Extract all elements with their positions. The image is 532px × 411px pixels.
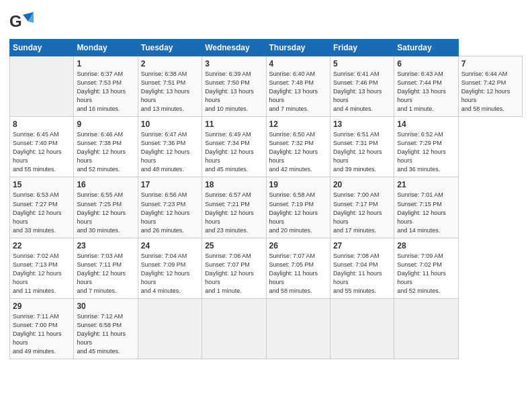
day-cell-12: 12Sunrise: 6:50 AMSunset: 7:32 PMDayligh… bbox=[266, 117, 330, 177]
day-number: 14 bbox=[397, 120, 455, 129]
empty-cell bbox=[202, 298, 266, 359]
day-info: Sunrise: 6:47 AMSunset: 7:36 PMDaylight:… bbox=[141, 130, 199, 174]
empty-cell bbox=[394, 298, 458, 359]
day-info: Sunrise: 7:00 AMSunset: 7:17 PMDaylight:… bbox=[333, 191, 391, 234]
day-cell-4: 4Sunrise: 6:40 AMSunset: 7:48 PMDaylight… bbox=[266, 56, 330, 117]
day-info: Sunrise: 6:58 AMSunset: 7:19 PMDaylight:… bbox=[269, 191, 327, 234]
logo-icon: G bbox=[9, 9, 34, 34]
day-info: Sunrise: 7:04 AMSunset: 7:09 PMDaylight:… bbox=[141, 252, 199, 295]
day-cell-22: 22Sunrise: 7:02 AMSunset: 7:13 PMDayligh… bbox=[10, 238, 74, 298]
week-row-4: 22Sunrise: 7:02 AMSunset: 7:13 PMDayligh… bbox=[10, 238, 523, 298]
day-number: 17 bbox=[141, 180, 199, 189]
day-info: Sunrise: 7:12 AMSunset: 6:58 PMDaylight:… bbox=[77, 312, 134, 356]
day-info: Sunrise: 7:11 AMSunset: 7:00 PMDaylight:… bbox=[13, 312, 71, 356]
day-cell-11: 11Sunrise: 6:49 AMSunset: 7:34 PMDayligh… bbox=[202, 117, 266, 177]
day-cell-25: 25Sunrise: 7:06 AMSunset: 7:07 PMDayligh… bbox=[202, 238, 266, 298]
day-cell-16: 16Sunrise: 6:55 AMSunset: 7:25 PMDayligh… bbox=[74, 177, 138, 238]
day-cell-13: 13Sunrise: 6:51 AMSunset: 7:31 PMDayligh… bbox=[330, 117, 394, 177]
weekday-header-monday: Monday bbox=[74, 40, 138, 56]
empty-cell bbox=[10, 56, 74, 117]
day-number: 21 bbox=[397, 180, 455, 189]
day-info: Sunrise: 6:40 AMSunset: 7:48 PMDaylight:… bbox=[269, 70, 327, 113]
day-info: Sunrise: 7:09 AMSunset: 7:02 PMDaylight:… bbox=[397, 252, 455, 295]
day-number: 5 bbox=[333, 59, 391, 68]
day-number: 11 bbox=[205, 120, 263, 129]
day-info: Sunrise: 7:03 AMSunset: 7:11 PMDaylight:… bbox=[77, 252, 134, 295]
day-cell-18: 18Sunrise: 6:57 AMSunset: 7:21 PMDayligh… bbox=[202, 177, 266, 238]
day-number: 16 bbox=[77, 180, 134, 189]
day-number: 22 bbox=[13, 241, 71, 250]
day-cell-21: 21Sunrise: 7:01 AMSunset: 7:15 PMDayligh… bbox=[394, 177, 458, 238]
day-cell-2: 2Sunrise: 6:38 AMSunset: 7:51 PMDaylight… bbox=[138, 56, 202, 117]
day-number: 23 bbox=[77, 241, 134, 250]
day-number: 4 bbox=[269, 59, 327, 68]
day-cell-28: 28Sunrise: 7:09 AMSunset: 7:02 PMDayligh… bbox=[394, 238, 458, 298]
empty-cell bbox=[330, 298, 394, 359]
empty-cell bbox=[266, 298, 330, 359]
day-info: Sunrise: 6:56 AMSunset: 7:23 PMDaylight:… bbox=[141, 191, 199, 234]
day-number: 6 bbox=[397, 59, 455, 68]
day-info: Sunrise: 6:37 AMSunset: 7:53 PMDaylight:… bbox=[77, 70, 134, 113]
day-cell-23: 23Sunrise: 7:03 AMSunset: 7:11 PMDayligh… bbox=[74, 238, 138, 298]
day-number: 27 bbox=[333, 241, 391, 250]
calendar-table: SundayMondayTuesdayWednesdayThursdayFrid… bbox=[9, 39, 523, 359]
day-info: Sunrise: 6:51 AMSunset: 7:31 PMDaylight:… bbox=[333, 130, 391, 174]
day-info: Sunrise: 7:06 AMSunset: 7:07 PMDaylight:… bbox=[205, 252, 263, 295]
day-info: Sunrise: 6:43 AMSunset: 7:44 PMDaylight:… bbox=[397, 70, 455, 113]
day-info: Sunrise: 6:39 AMSunset: 7:50 PMDaylight:… bbox=[205, 70, 263, 113]
day-number: 29 bbox=[13, 302, 71, 311]
day-number: 30 bbox=[77, 302, 134, 311]
day-cell-3: 3Sunrise: 6:39 AMSunset: 7:50 PMDaylight… bbox=[202, 56, 266, 117]
day-info: Sunrise: 7:08 AMSunset: 7:04 PMDaylight:… bbox=[333, 252, 391, 295]
day-number: 19 bbox=[269, 180, 327, 189]
day-info: Sunrise: 6:46 AMSunset: 7:38 PMDaylight:… bbox=[77, 130, 134, 174]
day-info: Sunrise: 6:44 AMSunset: 7:42 PMDaylight:… bbox=[461, 70, 519, 113]
day-info: Sunrise: 6:45 AMSunset: 7:40 PMDaylight:… bbox=[13, 130, 71, 174]
day-cell-29: 29Sunrise: 7:11 AMSunset: 7:00 PMDayligh… bbox=[10, 298, 74, 359]
week-row-1: 1Sunrise: 6:37 AMSunset: 7:53 PMDaylight… bbox=[10, 56, 523, 117]
day-number: 28 bbox=[397, 241, 455, 250]
svg-text:G: G bbox=[9, 12, 22, 30]
day-cell-26: 26Sunrise: 7:07 AMSunset: 7:05 PMDayligh… bbox=[266, 238, 330, 298]
day-number: 10 bbox=[141, 120, 199, 129]
day-number: 25 bbox=[205, 241, 263, 250]
day-cell-19: 19Sunrise: 6:58 AMSunset: 7:19 PMDayligh… bbox=[266, 177, 330, 238]
day-info: Sunrise: 6:38 AMSunset: 7:51 PMDaylight:… bbox=[141, 70, 199, 113]
day-cell-14: 14Sunrise: 6:52 AMSunset: 7:29 PMDayligh… bbox=[394, 117, 458, 177]
day-cell-9: 9Sunrise: 6:46 AMSunset: 7:38 PMDaylight… bbox=[74, 117, 138, 177]
weekday-header-friday: Friday bbox=[330, 40, 394, 56]
day-number: 20 bbox=[333, 180, 391, 189]
day-cell-1: 1Sunrise: 6:37 AMSunset: 7:53 PMDaylight… bbox=[74, 56, 138, 117]
day-cell-8: 8Sunrise: 6:45 AMSunset: 7:40 PMDaylight… bbox=[10, 117, 74, 177]
day-info: Sunrise: 6:55 AMSunset: 7:25 PMDaylight:… bbox=[77, 191, 134, 234]
day-info: Sunrise: 6:52 AMSunset: 7:29 PMDaylight:… bbox=[397, 130, 455, 174]
day-info: Sunrise: 7:07 AMSunset: 7:05 PMDaylight:… bbox=[269, 252, 327, 295]
day-info: Sunrise: 6:49 AMSunset: 7:34 PMDaylight:… bbox=[205, 130, 263, 174]
week-row-2: 8Sunrise: 6:45 AMSunset: 7:40 PMDaylight… bbox=[10, 117, 523, 177]
day-number: 8 bbox=[13, 120, 71, 129]
day-cell-5: 5Sunrise: 6:41 AMSunset: 7:46 PMDaylight… bbox=[330, 56, 394, 117]
day-number: 24 bbox=[141, 241, 199, 250]
day-number: 18 bbox=[205, 180, 263, 189]
day-info: Sunrise: 6:53 AMSunset: 7:27 PMDaylight:… bbox=[13, 191, 71, 234]
empty-cell bbox=[138, 298, 202, 359]
day-cell-30: 30Sunrise: 7:12 AMSunset: 6:58 PMDayligh… bbox=[74, 298, 138, 359]
weekday-header-tuesday: Tuesday bbox=[138, 40, 202, 56]
day-number: 1 bbox=[77, 59, 134, 68]
day-number: 12 bbox=[269, 120, 327, 129]
weekday-header-saturday: Saturday bbox=[394, 40, 458, 56]
day-number: 13 bbox=[333, 120, 391, 129]
day-number: 26 bbox=[269, 241, 327, 250]
day-info: Sunrise: 6:41 AMSunset: 7:46 PMDaylight:… bbox=[333, 70, 391, 113]
day-number: 9 bbox=[77, 120, 134, 129]
day-info: Sunrise: 7:01 AMSunset: 7:15 PMDaylight:… bbox=[397, 191, 455, 234]
day-cell-20: 20Sunrise: 7:00 AMSunset: 7:17 PMDayligh… bbox=[330, 177, 394, 238]
weekday-header-thursday: Thursday bbox=[266, 40, 330, 56]
day-cell-27: 27Sunrise: 7:08 AMSunset: 7:04 PMDayligh… bbox=[330, 238, 394, 298]
day-cell-24: 24Sunrise: 7:04 AMSunset: 7:09 PMDayligh… bbox=[138, 238, 202, 298]
day-info: Sunrise: 6:50 AMSunset: 7:32 PMDaylight:… bbox=[269, 130, 327, 174]
day-number: 7 bbox=[461, 59, 519, 68]
logo: G bbox=[9, 9, 36, 34]
day-cell-10: 10Sunrise: 6:47 AMSunset: 7:36 PMDayligh… bbox=[138, 117, 202, 177]
weekday-header-sunday: Sunday bbox=[10, 40, 74, 56]
